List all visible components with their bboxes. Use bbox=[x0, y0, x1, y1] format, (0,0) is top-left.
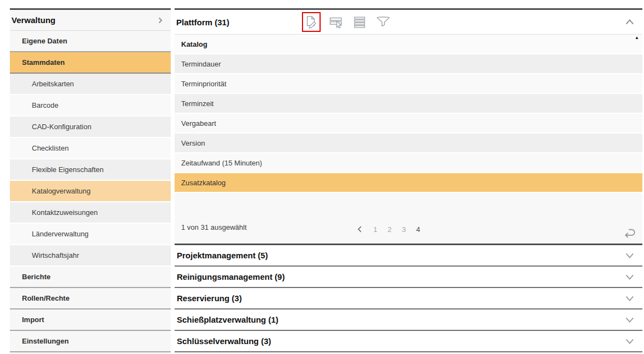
return-button[interactable] bbox=[621, 225, 638, 240]
sidebar-item-cad-konfiguration[interactable]: CAD-Konfiguration bbox=[10, 117, 171, 138]
sidebar-item-einstellungen[interactable]: Einstellungen bbox=[10, 331, 171, 352]
previous-page-button[interactable] bbox=[356, 225, 365, 234]
table-row-terminzeit[interactable]: Terminzeit bbox=[175, 94, 642, 114]
table-column-header-katalog[interactable]: Katalog ▲ bbox=[175, 35, 642, 54]
sort-ascending-icon[interactable]: ▲ bbox=[635, 35, 639, 41]
new-entry-button[interactable] bbox=[302, 12, 321, 32]
section-title: Plattform (31) bbox=[176, 18, 302, 27]
section-header-plattform[interactable]: Plattform (31) bbox=[175, 10, 642, 35]
sidebar-item-berichte[interactable]: Berichte bbox=[10, 267, 171, 288]
section-header-schiessplatzverwaltung[interactable]: Schießplatzverwaltung (1) bbox=[175, 309, 642, 331]
section-header-reinigungsmanagement[interactable]: Reinigungsmanagement (9) bbox=[175, 267, 642, 288]
sidebar-header-verwaltung[interactable]: Verwaltung bbox=[10, 10, 171, 31]
table-row-terminprioritaet[interactable]: Terminpriorität bbox=[175, 74, 642, 94]
collapse-section-button[interactable] bbox=[624, 17, 636, 27]
list-view-button[interactable] bbox=[351, 13, 368, 31]
selection-status: 1 von 31 ausgewählt bbox=[181, 223, 247, 231]
chevron-up-icon bbox=[624, 17, 636, 27]
content-panel: Plattform (31) bbox=[175, 8, 642, 352]
toolbar bbox=[302, 12, 391, 32]
sidebar-item-kontaktzuweisungen[interactable]: Kontaktzuweisungen bbox=[10, 202, 171, 224]
sidebar-item-laenderverwaltung[interactable]: Länderverwaltung bbox=[10, 224, 171, 245]
sidebar-title: Verwaltung bbox=[12, 15, 55, 25]
table-row-termindauer[interactable]: Termindauer bbox=[175, 54, 642, 74]
sidebar-item-stammdaten[interactable]: Stammdaten bbox=[10, 52, 171, 74]
chevron-down-icon bbox=[624, 315, 636, 325]
sidebar-item-import[interactable]: Import bbox=[10, 309, 171, 331]
chevron-down-icon bbox=[624, 272, 636, 282]
multi-select-icon bbox=[329, 15, 343, 29]
section-header-reservierung[interactable]: Reservierung (3) bbox=[175, 288, 642, 309]
table-row-version[interactable]: Version bbox=[175, 134, 642, 153]
sidebar-item-checklisten[interactable]: Checklisten bbox=[10, 138, 171, 159]
page-button-1[interactable]: 1 bbox=[372, 225, 379, 234]
sidebar-item-katalogverwaltung[interactable]: Katalogverwaltung bbox=[10, 181, 171, 202]
filter-button[interactable] bbox=[375, 13, 391, 31]
filter-icon bbox=[376, 15, 391, 29]
section-header-projektmanagement[interactable]: Projektmanagement (5) bbox=[175, 245, 642, 267]
page-button-2[interactable]: 2 bbox=[386, 225, 393, 234]
pagination: 1 2 3 4 bbox=[356, 225, 422, 234]
sidebar-item-rollen-rechte[interactable]: Rollen/Rechte bbox=[10, 288, 171, 309]
page-button-4-current[interactable]: 4 bbox=[415, 225, 422, 234]
multi-select-button[interactable] bbox=[328, 13, 344, 31]
navigation-sidebar: Verwaltung Eigene Daten Stammdaten Arbei… bbox=[10, 8, 171, 354]
table-footer: 1 von 31 ausgewählt 1 2 3 4 bbox=[175, 193, 642, 245]
page-button-3[interactable]: 3 bbox=[400, 225, 407, 234]
sidebar-item-eigene-daten[interactable]: Eigene Daten bbox=[10, 31, 171, 52]
sidebar-item-flexible-eigenschaften[interactable]: Flexible Eigenschaften bbox=[10, 159, 171, 181]
chevron-down-icon bbox=[624, 251, 636, 261]
table-row-zeitaufwand[interactable]: Zeitaufwand (15 Minuten) bbox=[175, 153, 642, 173]
chevron-right-icon bbox=[155, 15, 165, 25]
section-header-schluesselverwaltung[interactable]: Schlüsselverwaltung (3) bbox=[175, 331, 642, 352]
chevron-left-icon bbox=[356, 225, 365, 234]
chevron-down-icon bbox=[624, 294, 636, 303]
table-row-vergabeart[interactable]: Vergabeart bbox=[175, 114, 642, 134]
table-row-zusatzkatalog-selected[interactable]: Zusatzkatalog bbox=[175, 173, 642, 193]
sidebar-item-wirtschaftsjahr[interactable]: Wirtschaftsjahr bbox=[10, 245, 171, 267]
sidebar-item-arbeitskarten[interactable]: Arbeitskarten bbox=[10, 74, 171, 95]
app-window: Verwaltung Eigene Daten Stammdaten Arbei… bbox=[0, 0, 644, 354]
sidebar-item-barcode[interactable]: Barcode bbox=[10, 95, 171, 117]
list-view-icon bbox=[353, 15, 366, 29]
return-arrow-icon bbox=[621, 225, 638, 240]
chevron-down-icon bbox=[624, 336, 636, 346]
new-entry-icon bbox=[305, 15, 318, 29]
